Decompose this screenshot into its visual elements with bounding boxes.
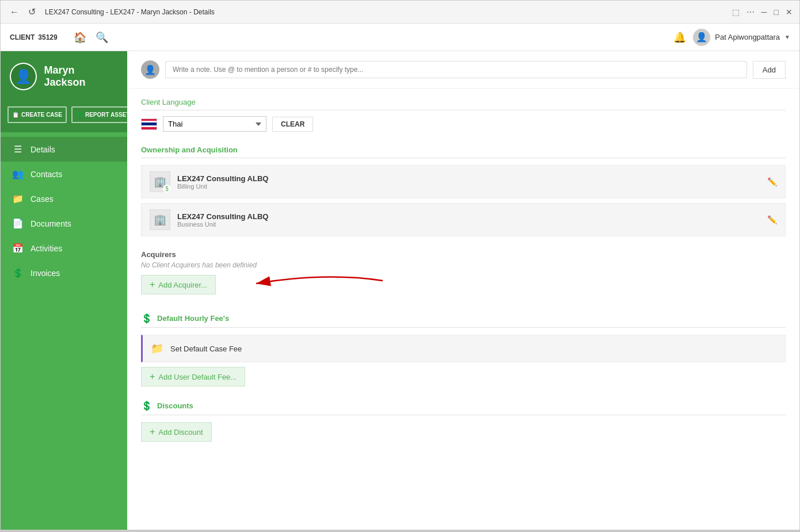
fee-item-name: Set Default Case Fee [170,345,242,353]
cast-icon[interactable]: ⬚ [732,7,740,17]
back-button[interactable]: ← [7,6,21,18]
app-container: CLIENT 35129 🏠 🔍 🔔 👤 Pat Apiwongpattara … [1,24,799,530]
billing-unit-edit-icon[interactable]: ✏️ [767,177,777,186]
top-nav-icons: 🏠 🔍 [74,31,108,44]
case-icon: 📋 [12,112,19,118]
user-profile[interactable]: 👤 Pat Apiwongpattara ▼ [693,29,790,46]
home-icon[interactable]: 🏠 [74,31,86,44]
sidebar-item-activities[interactable]: 📅 Activities [1,236,127,261]
action-buttons: 📋 CREATE CASE 💲 REPORT ASSET [1,102,127,132]
sidebar-item-invoices[interactable]: 💲 Invoices [1,261,127,285]
billing-unit-info: LEX247 Consulting ALBQ Billing Unit [177,174,760,190]
note-input[interactable] [165,61,747,78]
billing-unit-item: 🏢 $ LEX247 Consulting ALBQ Billing Unit … [141,165,786,198]
add-fee-plus-icon: + [150,372,155,382]
client-language-title: Client Language [141,98,786,110]
client-label: CLIENT [10,33,35,41]
top-nav: CLIENT 35129 🏠 🔍 🔔 👤 Pat Apiwongpattara … [1,24,799,51]
language-select[interactable]: Thai English Spanish French German [163,116,266,132]
business-unit-type: Business Unit [177,221,760,228]
sidebar-item-cases[interactable]: 📁 Cases [1,186,127,211]
add-acquirer-button[interactable]: + Add Acquirer... [141,275,216,294]
search-icon[interactable]: 🔍 [96,31,108,44]
create-case-button[interactable]: 📋 CREATE CASE [7,106,67,123]
user-avatar: 👤 [693,29,710,46]
contacts-icon: 👥 [12,169,24,179]
billing-unit-type: Billing Unit [177,183,760,190]
sidebar-item-details[interactable]: ☰ Details [1,137,127,162]
annotation-arrow [222,266,406,301]
acquirers-section: Acquirers No Client Acquirers has been d… [127,246,799,304]
sidebar-item-documents-label: Documents [31,219,71,228]
fee-folder-icon: 📁 [151,342,163,355]
details-icon: ☰ [12,144,24,155]
ownership-section: Ownership and Acquisition 🏢 $ LEX247 Con… [127,136,799,246]
user-name-label: Pat Apiwongpattara [715,33,780,41]
billing-unit-name: LEX247 Consulting ALBQ [177,174,760,183]
default-fees-title: 💲 Default Hourly Fee's [141,313,786,328]
business-unit-info: LEX247 Consulting ALBQ Business Unit [177,212,760,228]
sidebar-item-cases-label: Cases [31,194,54,204]
close-icon[interactable]: ✕ [786,7,793,17]
browser-title: LEX247 Consulting - LEX247 - Maryn Jacks… [45,8,725,16]
add-note-button[interactable]: Add [753,61,786,79]
documents-icon: 📄 [12,218,24,229]
client-badge: CLIENT 35129 [10,33,58,41]
sidebar-item-contacts[interactable]: 👥 Contacts [1,162,127,186]
report-asset-button[interactable]: 💲 REPORT ASSET [71,106,134,123]
discounts-title: 💲 Discounts [141,400,786,415]
acquirers-title: Acquirers [141,250,786,259]
fees-money-icon: 💲 [141,313,153,324]
acquirers-empty-message: No Client Acquirers has been definied [141,261,786,269]
profile-header: 👤 Maryn Jackson [1,51,127,102]
billing-unit-icon-container: 🏢 $ [150,171,170,192]
cases-icon: 📁 [12,193,24,204]
default-fees-section: 💲 Default Hourly Fee's 📁 Set Default Cas… [127,304,799,391]
activities-icon: 📅 [12,243,24,254]
browser-window: ← ↺ LEX247 Consulting - LEX247 - Maryn J… [0,0,800,530]
minimize-icon[interactable]: ─ [761,7,767,17]
asset-icon: 💲 [76,112,83,118]
language-row: Thai English Spanish French German CLEAR [141,116,786,132]
more-icon[interactable]: ⋯ [746,7,755,17]
profile-dropdown-icon[interactable]: ▼ [784,34,790,40]
dollar-badge-icon: $ [163,185,171,193]
add-acquirer-plus-icon: + [150,280,155,290]
add-discount-button[interactable]: + Add Discount [141,422,212,442]
sidebar-item-documents[interactable]: 📄 Documents [1,211,127,236]
business-unit-edit-icon[interactable]: ✏️ [767,215,777,224]
notification-bell-icon[interactable]: 🔔 [673,31,686,44]
note-area: 👤 Add [127,51,799,89]
discounts-section: 💲 Discounts + Add Discount [127,391,799,446]
discounts-money-icon: 💲 [141,400,153,411]
main-layout: 👤 Maryn Jackson 📋 CREATE CASE 💲 REPORT A… [1,51,799,530]
refresh-button[interactable]: ↺ [26,5,38,18]
restore-icon[interactable]: □ [774,7,779,17]
add-discount-plus-icon: + [150,427,155,437]
sidebar-item-contacts-label: Contacts [31,170,62,179]
client-number: 35129 [38,33,57,41]
fee-item: 📁 Set Default Case Fee [141,335,786,362]
sidebar-item-invoices-label: Invoices [31,269,60,278]
thai-flag-icon [141,118,157,130]
business-building-icon: 🏢 [154,213,166,226]
window-controls: ⬚ ⋯ ─ □ ✕ [732,7,793,17]
add-user-fee-button[interactable]: + Add User Default Fee... [141,367,245,386]
business-unit-item: 🏢 LEX247 Consulting ALBQ Business Unit ✏… [141,203,786,236]
sidebar-navigation: ☰ Details 👥 Contacts 📁 Cases 📄 Documents [1,132,127,290]
sidebar: 👤 Maryn Jackson 📋 CREATE CASE 💲 REPORT A… [1,51,127,530]
browser-titlebar: ← ↺ LEX247 Consulting - LEX247 - Maryn J… [1,1,799,24]
clear-language-button[interactable]: CLEAR [272,117,313,132]
note-avatar: 👤 [141,60,159,79]
profile-name: Maryn Jackson [44,64,118,89]
business-unit-icon-container: 🏢 [150,209,170,230]
ownership-title: Ownership and Acquisition [141,146,786,158]
profile-avatar: 👤 [10,63,37,90]
browser-nav-buttons: ← ↺ [7,5,38,18]
sidebar-item-activities-label: Activities [31,244,62,253]
content-area: 👤 Add Client Language [127,51,799,530]
sidebar-item-details-label: Details [31,145,55,154]
client-language-section: Client Language Thai English Span [127,89,799,136]
top-nav-right: 🔔 👤 Pat Apiwongpattara ▼ [673,29,790,46]
invoices-icon: 💲 [12,267,24,278]
